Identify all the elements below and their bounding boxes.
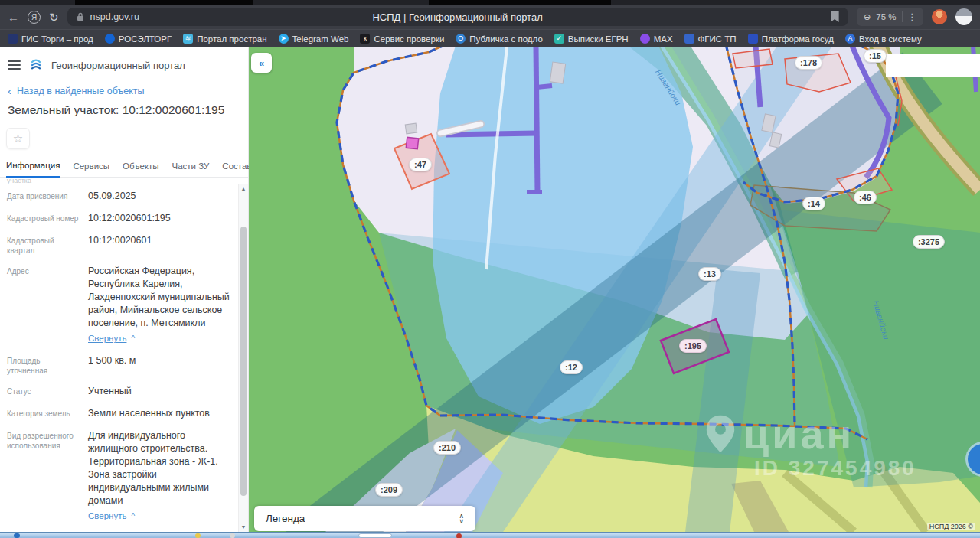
parcel-label[interactable]: :178 (795, 56, 822, 70)
collapse-link-label: Свернуть (88, 332, 126, 345)
parcel-label[interactable]: :14 (802, 197, 825, 210)
bookmark-item[interactable]: ГИС Торги – прод (8, 34, 93, 44)
field-value: Для индивидуального жилищного строительс… (81, 429, 230, 523)
field-value: 10:12:0020601:195 (81, 212, 230, 225)
parcel-label[interactable]: :12 (560, 360, 583, 374)
login-icon: А (845, 34, 855, 44)
platforma-shield-icon (748, 34, 758, 44)
scroll-up-icon[interactable]: ▲ (239, 186, 248, 191)
field-label: Вид разрешенного использования (7, 429, 81, 523)
bookmark-label: РОСЭЛТОРГ (119, 34, 172, 44)
field-value: Российская Федерация, Республика Карелия… (81, 265, 230, 345)
tab-Объекты[interactable]: Объекты (122, 161, 158, 177)
scrollbar-thumb[interactable] (240, 227, 247, 496)
taskbar-app-icon[interactable] (456, 533, 462, 538)
more-options-icon[interactable]: ⋮ (908, 11, 917, 22)
bookmark-label: ГИС Торги – прод (21, 34, 93, 44)
bookmark-item[interactable]: ✓Выписки ЕГРН (554, 34, 629, 44)
zoom-control[interactable]: ⊖ 75 % ⋮ (857, 8, 923, 26)
parcel-label[interactable]: :46 (854, 191, 877, 204)
bookmarks-bar: ГИС Торги – продРОСЭЛТОРГ≋Портал простра… (0, 29, 980, 47)
tab-Сервисы[interactable]: Сервисы (73, 161, 109, 177)
user-avatar[interactable] (932, 9, 947, 24)
bookmark-item[interactable]: РОСЭЛТОРГ (105, 34, 172, 44)
back-arrow-icon[interactable]: ← (8, 11, 19, 23)
bookmark-label: Публичка с подло (469, 34, 542, 44)
collapse-link-label: Свернуть (88, 510, 126, 523)
bookmark-item[interactable]: АВход в систему (845, 34, 922, 44)
browser-tab[interactable] (429, 0, 611, 5)
roseltorg-icon (105, 34, 115, 44)
field-row: Кадастровый квартал10:12:0020601 (7, 234, 230, 256)
map-popup-blank (886, 54, 980, 77)
parcel-label[interactable]: :3275 (913, 235, 945, 249)
panel-scrollbar[interactable]: ▲ ▼ (238, 184, 248, 532)
panel-collapse-button[interactable]: « (251, 53, 272, 73)
bookmark-item[interactable]: ≋Портал простран (183, 34, 266, 44)
field-value-text: 1 500 кв. м (88, 354, 230, 367)
bookmark-label: Выписки ЕГРН (568, 34, 629, 44)
publichka-icon: О (456, 34, 466, 44)
nspd-logo-icon (28, 57, 44, 73)
address-bar[interactable]: nspd.gov.ru НСПД | Геоинформационный пор… (67, 8, 848, 26)
field-label: Кадастровый квартал (7, 234, 81, 256)
bookmark-item[interactable]: ОПубличка с подло (456, 34, 542, 44)
bookmark-flag-icon[interactable] (831, 11, 839, 22)
bookmark-item[interactable]: Платформа госуд (748, 34, 834, 44)
parcel-title: Земельный участок: 10:12:0020601:195 (0, 98, 248, 119)
parcel-label[interactable]: :209 (375, 483, 403, 497)
legend-toggle[interactable]: Легенда ∧∨ (254, 506, 475, 531)
app-title: Геоинформационный портал (51, 60, 185, 71)
field-label: Адрес (7, 265, 81, 345)
field-label: Площадь уточненная (7, 354, 81, 376)
field-value-text: 10:12:0020601:195 (88, 212, 230, 225)
panel-tabs: участка ИнформацияСервисыОбъектыЧасти ЗУ… (0, 151, 248, 178)
field-label: Статус (7, 385, 81, 398)
bookmark-label: Сервис проверки (374, 34, 444, 44)
yandex-icon[interactable]: Я (28, 11, 41, 24)
tab-Состав[interactable]: Состав (222, 161, 251, 177)
field-value: Земли населенных пунктов (81, 407, 230, 420)
bookmark-item[interactable]: ➤Telegram Web (279, 34, 349, 44)
portal-prostran-icon: ≋ (183, 34, 193, 44)
collapse-link[interactable]: Свернуть^ (88, 510, 230, 523)
telegram-icon: ➤ (279, 34, 289, 44)
bookmark-item[interactable]: ФГИС ТП (684, 34, 737, 44)
legend-label: Легенда (266, 513, 305, 524)
parcel-label[interactable]: :195 (679, 339, 707, 353)
field-label: Категория земель (7, 407, 81, 420)
field-value-text: 10:12:0020601 (88, 234, 230, 247)
os-taskbar[interactable] (0, 532, 980, 538)
map-canvas[interactable]: :47:178:15:14:46:3275:13:12:195:210:209Н… (249, 47, 980, 532)
menu-icon[interactable] (8, 60, 21, 70)
profile-icon[interactable] (956, 8, 972, 25)
taskbar-start-icon[interactable] (14, 533, 20, 538)
bookmark-item[interactable]: кСервис проверки (360, 34, 444, 44)
browser-tabstrip (0, 0, 980, 5)
browser-tab[interactable] (75, 0, 253, 5)
tab-Информация[interactable]: Информация (6, 161, 60, 178)
taskbar-window-button[interactable] (358, 533, 392, 538)
fgis-shield-icon (684, 34, 694, 44)
parcel-label[interactable]: :13 (698, 267, 721, 281)
field-row: Кадастровый номер10:12:0020601:195 (7, 212, 230, 225)
bookmark-item[interactable]: MAX (640, 34, 673, 44)
zoom-out-icon[interactable]: ⊖ (864, 11, 871, 22)
map-attribution: НСПД 2026 © (927, 523, 975, 530)
favorite-button[interactable]: ☆ (6, 128, 30, 149)
bookmark-label: MAX (654, 34, 673, 44)
refresh-icon[interactable]: ↻ (49, 11, 59, 23)
map-layers (249, 47, 980, 532)
parcel-label[interactable]: :47 (409, 158, 432, 171)
taskbar-app-icon[interactable] (230, 533, 235, 538)
scroll-down-icon[interactable]: ▼ (239, 524, 248, 530)
chevron-left-icon: ‹ (8, 87, 11, 95)
parcel-label[interactable]: :210 (433, 441, 461, 455)
collapse-link[interactable]: Свернуть^ (88, 332, 230, 345)
tab-Части ЗУ[interactable]: Части ЗУ (172, 161, 210, 177)
field-value: 10:12:0020601 (81, 234, 230, 256)
back-link[interactable]: ‹ Назад в найденные объекты (0, 79, 248, 98)
parcel-label[interactable]: :15 (864, 49, 887, 63)
taskbar-app-icon[interactable] (195, 533, 201, 538)
field-row: СтатусУчтенный (7, 385, 230, 398)
